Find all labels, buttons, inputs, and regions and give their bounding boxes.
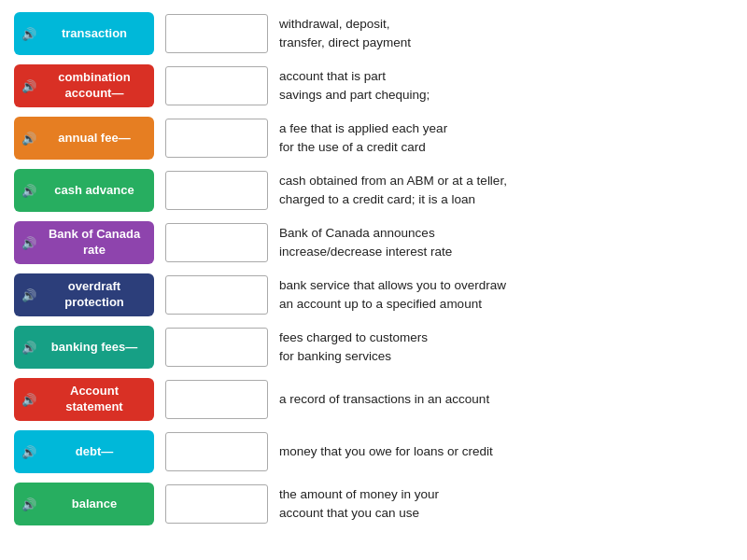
term-label-debt: debt— bbox=[42, 444, 147, 460]
definition-debt: money that you owe for loans or credit bbox=[279, 442, 733, 461]
answer-input-banking-fees[interactable] bbox=[165, 328, 268, 367]
row-combination-account: 🔊combination account—account that is par… bbox=[14, 62, 733, 110]
term-label-bank-of-canada-rate: Bank of Canada rate bbox=[42, 227, 147, 259]
term-button-account-statement[interactable]: 🔊Account statement bbox=[14, 378, 154, 421]
speaker-icon-transaction: 🔊 bbox=[21, 27, 36, 41]
answer-input-bank-of-canada-rate[interactable] bbox=[165, 223, 268, 262]
row-debt: 🔊debt—money that you owe for loans or cr… bbox=[14, 427, 733, 476]
row-balance: 🔊balancethe amount of money in youraccou… bbox=[14, 480, 733, 528]
term-button-overdraft-protection[interactable]: 🔊overdraft protection bbox=[14, 273, 154, 316]
term-label-cash-advance: cash advance bbox=[42, 183, 147, 199]
term-button-balance[interactable]: 🔊balance bbox=[14, 483, 154, 525]
speaker-icon-debt: 🔊 bbox=[21, 445, 36, 459]
term-label-balance: balance bbox=[42, 497, 147, 512]
answer-input-debt[interactable] bbox=[165, 432, 268, 471]
definition-annual-fee: a fee that is applied each yearfor the u… bbox=[279, 119, 733, 158]
term-button-combination-account[interactable]: 🔊combination account— bbox=[14, 64, 154, 107]
speaker-icon-banking-fees: 🔊 bbox=[21, 341, 36, 355]
term-label-transaction: transaction bbox=[42, 26, 147, 42]
speaker-icon-combination-account: 🔊 bbox=[21, 79, 36, 93]
speaker-icon-account-statement: 🔊 bbox=[21, 393, 36, 407]
definition-combination-account: account that is partsavings and part che… bbox=[279, 67, 733, 105]
row-account-statement: 🔊Account statementa record of transactio… bbox=[14, 375, 733, 424]
speaker-icon-overdraft-protection: 🔊 bbox=[21, 288, 36, 302]
definition-banking-fees: fees charged to customersfor banking ser… bbox=[279, 329, 733, 367]
definition-bank-of-canada-rate: Bank of Canada announcesincrease/decreas… bbox=[279, 224, 733, 262]
term-label-annual-fee: annual fee— bbox=[42, 131, 147, 147]
term-button-bank-of-canada-rate[interactable]: 🔊Bank of Canada rate bbox=[14, 221, 154, 264]
definition-account-statement: a record of transactions in an account bbox=[279, 390, 733, 409]
answer-input-account-statement[interactable] bbox=[165, 380, 268, 419]
definition-balance: the amount of money in youraccount that … bbox=[279, 485, 733, 524]
row-bank-of-canada-rate: 🔊Bank of Canada rateBank of Canada annou… bbox=[14, 218, 733, 267]
answer-input-balance[interactable] bbox=[165, 484, 268, 524]
definition-overdraft-protection: bank service that allows you to overdraw… bbox=[279, 276, 733, 315]
row-cash-advance: 🔊cash advancecash obtained from an ABM o… bbox=[14, 166, 733, 215]
speaker-icon-annual-fee: 🔊 bbox=[21, 132, 36, 146]
speaker-icon-cash-advance: 🔊 bbox=[21, 184, 36, 198]
answer-input-combination-account[interactable] bbox=[165, 66, 268, 105]
term-label-combination-account: combination account— bbox=[42, 70, 147, 102]
answer-input-cash-advance[interactable] bbox=[165, 171, 268, 210]
matching-exercise: 🔊transactionwithdrawal, deposit,transfer… bbox=[0, 0, 747, 538]
row-transaction: 🔊transactionwithdrawal, deposit,transfer… bbox=[14, 9, 733, 58]
row-overdraft-protection: 🔊overdraft protectionbank service that a… bbox=[14, 271, 733, 319]
row-annual-fee: 🔊annual fee—a fee that is applied each y… bbox=[14, 114, 733, 162]
term-button-transaction[interactable]: 🔊transaction bbox=[14, 12, 154, 55]
term-button-cash-advance[interactable]: 🔊cash advance bbox=[14, 169, 154, 212]
definition-cash-advance: cash obtained from an ABM or at a teller… bbox=[279, 172, 733, 210]
term-button-annual-fee[interactable]: 🔊annual fee— bbox=[14, 117, 154, 160]
term-label-account-statement: Account statement bbox=[42, 384, 147, 415]
answer-input-annual-fee[interactable] bbox=[165, 119, 268, 158]
term-button-debt[interactable]: 🔊debt— bbox=[14, 430, 154, 473]
term-label-banking-fees: banking fees— bbox=[42, 340, 147, 356]
term-button-banking-fees[interactable]: 🔊banking fees— bbox=[14, 326, 154, 369]
speaker-icon-bank-of-canada-rate: 🔊 bbox=[21, 236, 36, 250]
row-banking-fees: 🔊banking fees—fees charged to customersf… bbox=[14, 323, 733, 371]
answer-input-overdraft-protection[interactable] bbox=[165, 275, 268, 315]
answer-input-transaction[interactable] bbox=[165, 14, 268, 53]
definition-transaction: withdrawal, deposit,transfer, direct pay… bbox=[279, 15, 733, 53]
term-label-overdraft-protection: overdraft protection bbox=[42, 279, 147, 311]
speaker-icon-balance: 🔊 bbox=[21, 497, 36, 511]
